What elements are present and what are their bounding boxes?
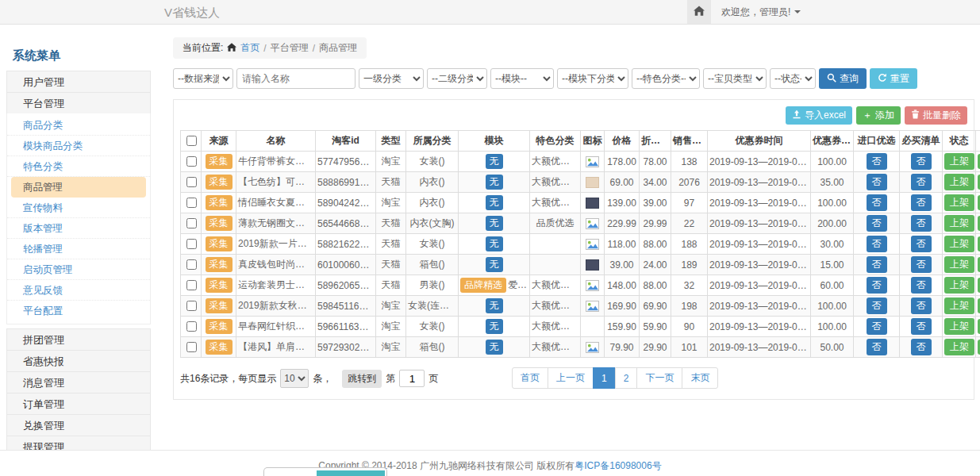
import-select-toggle[interactable]: 否	[867, 215, 887, 232]
trash-icon	[911, 109, 920, 121]
breadcrumb-home-link[interactable]: 首页	[240, 41, 259, 55]
status-button[interactable]: 上架	[944, 194, 974, 211]
page-button-page-1[interactable]: 1	[593, 367, 616, 389]
sidebar-subitem-feedback[interactable]: 意见反馈	[7, 280, 150, 301]
home-button[interactable]	[687, 0, 711, 24]
name-search-input[interactable]	[236, 68, 355, 89]
sidebar-subitem-product-category[interactable]: 商品分类	[7, 115, 150, 136]
import-select-toggle[interactable]: 否	[867, 236, 887, 252]
row-checkbox[interactable]	[186, 259, 197, 270]
coupon-amount: 100.00	[811, 152, 854, 172]
row-checkbox[interactable]	[186, 239, 197, 249]
sidebar-item-message-management[interactable]: 消息管理	[6, 371, 151, 393]
status-button[interactable]: 上架	[944, 153, 974, 170]
must-buy-toggle[interactable]: 否	[911, 194, 932, 211]
page-button-prev-page[interactable]: 上一页	[548, 367, 594, 389]
batch-delete-button[interactable]: 批量删除	[905, 106, 967, 125]
must-buy-toggle[interactable]: 否	[911, 277, 932, 294]
price: 139.00	[605, 193, 640, 213]
status-button[interactable]: 上架	[944, 256, 974, 273]
status-button[interactable]: 上架	[944, 236, 974, 252]
status-button[interactable]: 上架	[944, 339, 974, 355]
select-all-checkbox[interactable]	[186, 136, 197, 146]
row-checkbox[interactable]	[186, 321, 197, 332]
must-buy-toggle[interactable]: 否	[911, 215, 932, 232]
page-button-next-page[interactable]: 下一页	[636, 367, 682, 389]
sidebar-item-platform-management[interactable]: 平台管理	[6, 92, 151, 114]
page-button-first-page[interactable]: 首页	[512, 367, 548, 389]
sidebar-subitem-promo-material[interactable]: 宣传物料	[7, 198, 150, 218]
status-button[interactable]: 上架	[944, 277, 974, 294]
import-select-toggle[interactable]: 否	[867, 174, 887, 190]
sidebar-item-saving-news[interactable]: 省惠快报	[6, 350, 151, 372]
import-select-toggle[interactable]: 否	[867, 339, 887, 355]
add-button[interactable]: ＋ 添加	[856, 106, 901, 125]
sidebar-item-order-management[interactable]: 订单管理	[6, 393, 151, 415]
import-excel-button[interactable]: 导入excel	[786, 106, 852, 125]
search-button[interactable]: 查询	[819, 68, 867, 89]
filter-select-item-type[interactable]: --宝贝类型--	[703, 68, 767, 89]
sidebar-item-exchange-management[interactable]: 兑换管理	[6, 414, 151, 436]
sidebar-subitem-version-management[interactable]: 版本管理	[7, 218, 150, 239]
breadcrumb-separator: /	[313, 43, 315, 54]
filter-select-module[interactable]: --模块--	[490, 68, 554, 89]
status-button[interactable]: 上架	[944, 174, 974, 190]
must-buy-toggle[interactable]: 否	[911, 339, 932, 355]
column-header-5: 模块	[459, 131, 530, 152]
filter-select-module-subcategory[interactable]: --模块下分类--	[557, 68, 628, 89]
discount-price: 39.00	[640, 193, 671, 213]
sidebar-subitem-carousel-management[interactable]: 轮播管理	[7, 239, 150, 259]
page-button-page-2[interactable]: 2	[615, 367, 638, 389]
page-button-last-page[interactable]: 末页	[682, 367, 718, 389]
sidebar-subitem-platform-config[interactable]: 平台配置	[7, 301, 150, 321]
sidebar-subitem-feature-category[interactable]: 特色分类	[7, 156, 150, 177]
row-checkbox[interactable]	[186, 301, 197, 311]
import-select-toggle[interactable]: 否	[867, 298, 887, 314]
must-buy-toggle[interactable]: 否	[911, 174, 932, 190]
import-select-toggle[interactable]: 否	[867, 256, 887, 273]
icp-link[interactable]: 粤ICP备16098006号	[575, 460, 661, 471]
sidebar-item-user-management[interactable]: 用户管理	[6, 71, 151, 93]
filter-select-feature-category[interactable]: --特色分类--	[632, 68, 700, 89]
table-panel: 导入excel ＋ 添加 批量删除 来源名称淘客id类型所属分类模块特色分类图标…	[173, 99, 974, 400]
source-badge: 采集	[206, 298, 233, 313]
breadcrumb: 当前位置: 首页 / 平台管理 / 商品管理	[173, 37, 367, 59]
row-checkbox[interactable]	[186, 218, 197, 228]
row-checkbox[interactable]	[186, 280, 197, 290]
row-checkbox[interactable]	[186, 198, 197, 208]
row-checkbox[interactable]	[186, 342, 197, 352]
sidebar-subitem-splash-page-management[interactable]: 启动页管理	[7, 259, 150, 280]
filter-select-level2-category[interactable]: --二级分类--	[427, 68, 487, 89]
row-checkbox[interactable]	[186, 177, 197, 187]
must-buy-toggle[interactable]: 否	[911, 256, 932, 273]
import-select-toggle[interactable]: 否	[867, 194, 887, 211]
status-button[interactable]: 上架	[944, 298, 974, 314]
product-type: 淘宝	[376, 337, 406, 358]
import-select-toggle[interactable]: 否	[867, 153, 887, 170]
sidebar-subitem-module-product-category[interactable]: 模块商品分类	[7, 136, 150, 156]
filter-select-status[interactable]: --状态--	[770, 68, 816, 89]
main-content: 当前位置: 首页 / 平台管理 / 商品管理 --数据来源-- 一级分类--二级…	[173, 25, 974, 400]
filter-select-data-source[interactable]: --数据来源--	[173, 68, 233, 89]
import-select-toggle[interactable]: 否	[867, 318, 887, 335]
must-buy-toggle[interactable]: 否	[911, 153, 932, 170]
coupon-time: 2019-09-13—2019-09-17	[708, 213, 811, 234]
jump-button[interactable]: 跳转到	[342, 370, 382, 388]
must-buy-toggle[interactable]: 否	[911, 298, 932, 314]
product-type: 天猫	[376, 172, 406, 193]
filter-select-level1-category[interactable]: 一级分类	[359, 68, 424, 89]
coupon-amount: 15.00	[811, 255, 854, 275]
must-buy-toggle[interactable]: 否	[911, 318, 932, 335]
per-page-select[interactable]: 10	[280, 369, 309, 388]
import-select-toggle[interactable]: 否	[867, 277, 887, 294]
must-buy-toggle[interactable]: 否	[911, 236, 932, 252]
reset-button[interactable]: 重置	[870, 68, 917, 89]
row-checkbox[interactable]	[186, 156, 197, 167]
breadcrumb-item-platform[interactable]: 平台管理	[271, 41, 309, 55]
sidebar-subitem-product-management[interactable]: 商品管理	[11, 177, 146, 198]
sidebar-item-group-buy-management[interactable]: 拼团管理	[6, 328, 151, 351]
user-menu[interactable]: 欢迎您，管理员!	[721, 6, 801, 19]
status-button[interactable]: 上架	[944, 318, 974, 335]
jump-page-input[interactable]	[399, 370, 425, 387]
status-button[interactable]: 上架	[944, 215, 974, 232]
